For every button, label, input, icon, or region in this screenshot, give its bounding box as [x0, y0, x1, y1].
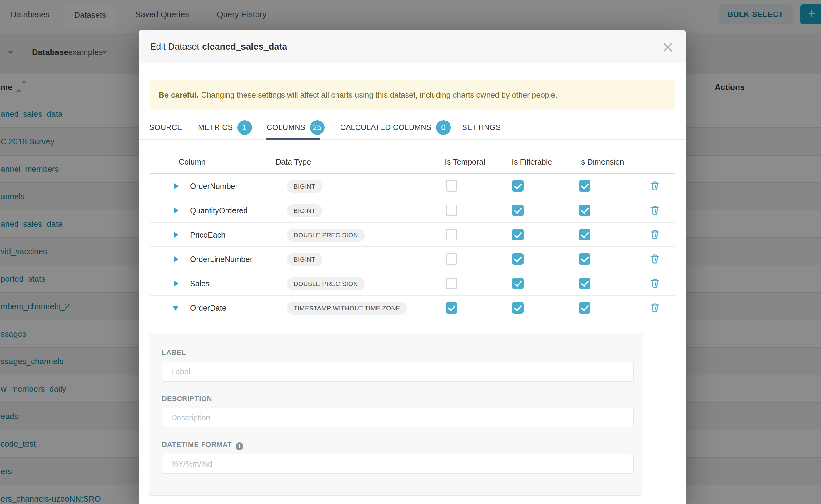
modal-title-prefix: Edit Dataset [150, 42, 199, 52]
modal-tabs: SOURCEMETRICS1COLUMNS25CALCULATED COLUMN… [139, 116, 686, 140]
is-filterable-checkbox-checked[interactable] [512, 278, 524, 289]
is-temporal-checkbox-unchecked[interactable] [446, 278, 458, 289]
is-filterable-checkbox-checked[interactable] [512, 253, 524, 265]
is-temporal-checkbox-checked[interactable] [446, 302, 458, 314]
is-dimension-checkbox-checked[interactable] [579, 180, 591, 192]
column-name: PriceEach [190, 223, 225, 247]
column-row-ordernumber: OrderNumberBIGINT [150, 174, 675, 198]
columns-table-rows: OrderNumberBIGINTQuantityOrderedBIGINTPr… [150, 174, 675, 320]
tab-count-badge: 1 [237, 120, 252, 135]
column-header-is-dimension: Is Dimension [579, 157, 624, 166]
is-dimension-checkbox-checked[interactable] [579, 253, 591, 265]
is-dimension-checkbox-checked[interactable] [579, 205, 591, 216]
datetime-format-input[interactable] [162, 454, 634, 474]
is-filterable-checkbox-checked[interactable] [512, 302, 524, 314]
warning-banner-bold: Be careful. [159, 91, 199, 99]
description-field-label: DESCRIPTION [162, 395, 212, 403]
trash-icon[interactable] [650, 303, 660, 313]
column-row-sales: SalesDOUBLE PRECISION [150, 271, 675, 296]
is-dimension-checkbox-checked[interactable] [579, 278, 591, 289]
column-detail-panel: LABEL DESCRIPTION DATETIME FORMATi [149, 334, 642, 496]
modal-title: Edit Datasetcleaned_sales_data [150, 30, 287, 63]
caret-right-icon[interactable] [174, 280, 179, 287]
trash-icon[interactable] [650, 254, 660, 264]
caret-down-icon[interactable] [172, 306, 179, 311]
tab-label: SETTINGS [462, 123, 501, 132]
column-name: QuantityOrdered [190, 198, 248, 223]
is-temporal-checkbox-unchecked[interactable] [446, 205, 458, 216]
column-name: OrderDate [190, 296, 226, 320]
caret-right-icon[interactable] [174, 232, 179, 238]
tab-count-badge: 25 [310, 120, 324, 135]
tab-columns-active[interactable]: COLUMNS25 [267, 116, 324, 139]
column-header-is-filterable: Is Filterable [512, 157, 552, 166]
datetime-format-field-label: DATETIME FORMATi [162, 441, 243, 450]
columns-table: ColumnData TypeIs TemporalIs FilterableI… [150, 150, 675, 320]
warning-banner: Be careful.Changing these settings will … [150, 80, 675, 110]
warning-banner-text: Changing these settings will affect all … [201, 91, 558, 99]
column-row-orderdate: OrderDateTIMESTAMP WITHOUT TIME ZONE [150, 296, 675, 320]
datetime-format-label-text: DATETIME FORMAT [162, 441, 232, 448]
tab-source[interactable]: SOURCE [149, 116, 182, 139]
tab-label: COLUMNS [267, 123, 305, 132]
tab-label: CALCULATED COLUMNS [340, 123, 432, 132]
tab-calculated-columns[interactable]: CALCULATED COLUMNS0 [340, 116, 451, 139]
is-filterable-checkbox-checked[interactable] [512, 205, 524, 216]
is-dimension-checkbox-checked[interactable] [579, 229, 591, 240]
page: DatabasesDatasetsSaved QueriesQuery Hist… [0, 0, 821, 504]
columns-table-header: ColumnData TypeIs TemporalIs FilterableI… [150, 150, 675, 174]
trash-icon[interactable] [650, 230, 660, 240]
is-dimension-checkbox-checked[interactable] [579, 302, 591, 314]
column-header-data-type: Data Type [275, 157, 311, 166]
modal-header: Edit Datasetcleaned_sales_data [139, 30, 686, 63]
data-type-pill: BIGINT [287, 204, 322, 217]
data-type-pill: TIMESTAMP WITHOUT TIME ZONE [287, 302, 407, 315]
tab-label: SOURCE [149, 123, 182, 132]
is-temporal-checkbox-unchecked[interactable] [446, 253, 458, 265]
data-type-pill: BIGINT [287, 180, 322, 193]
data-type-pill: DOUBLE PRECISION [287, 229, 365, 242]
label-input[interactable] [162, 362, 634, 382]
column-row-priceeach: PriceEachDOUBLE PRECISION [150, 223, 675, 247]
column-header-column: Column [179, 157, 205, 166]
edit-dataset-modal: Edit Datasetcleaned_sales_data Be carefu… [139, 30, 686, 504]
is-filterable-checkbox-checked[interactable] [512, 229, 524, 240]
modal-title-dataset-name: cleaned_sales_data [202, 42, 287, 52]
column-name: OrderNumber [190, 174, 238, 198]
column-name: Sales [190, 271, 210, 296]
trash-icon[interactable] [650, 205, 660, 215]
column-row-quantityordered: QuantityOrderedBIGINT [150, 198, 675, 223]
caret-right-icon[interactable] [174, 183, 179, 189]
caret-right-icon[interactable] [174, 207, 179, 214]
tab-settings[interactable]: SETTINGS [462, 116, 501, 139]
column-header-is-temporal: Is Temporal [445, 157, 485, 166]
close-icon[interactable] [661, 40, 675, 54]
data-type-pill: DOUBLE PRECISION [287, 277, 365, 290]
tab-label: METRICS [198, 123, 233, 132]
info-icon[interactable]: i [235, 442, 243, 450]
is-temporal-checkbox-unchecked[interactable] [446, 180, 458, 192]
column-name: OrderLineNumber [190, 247, 252, 271]
trash-icon[interactable] [650, 278, 660, 288]
is-filterable-checkbox-checked[interactable] [512, 180, 524, 192]
column-row-orderlinenumber: OrderLineNumberBIGINT [150, 247, 675, 271]
label-field-label: LABEL [162, 348, 186, 357]
tab-count-badge: 0 [436, 120, 451, 135]
caret-right-icon[interactable] [174, 256, 179, 262]
data-type-pill: BIGINT [287, 253, 322, 266]
tab-metrics[interactable]: METRICS1 [198, 116, 252, 139]
trash-icon[interactable] [650, 181, 660, 191]
description-input[interactable] [162, 408, 634, 427]
is-temporal-checkbox-unchecked[interactable] [446, 229, 458, 240]
